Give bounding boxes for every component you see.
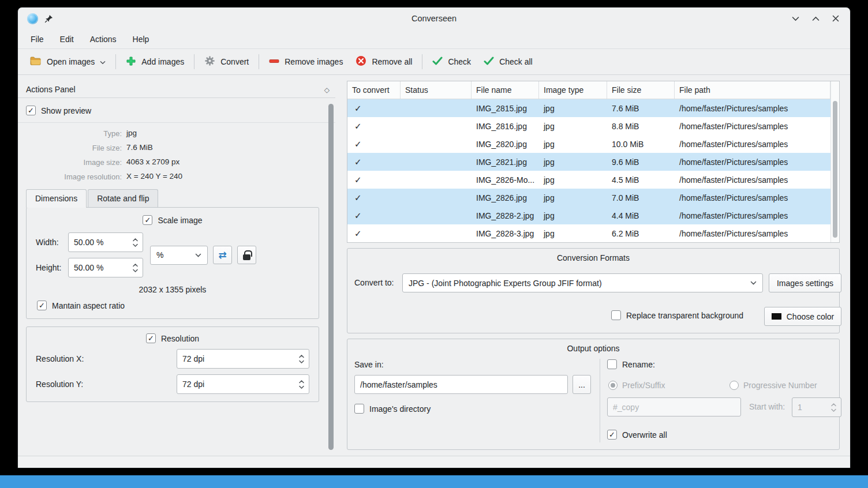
header-file-name[interactable]: File name <box>472 81 539 99</box>
spin-down-icon <box>299 360 304 363</box>
rename-checkbox[interactable]: Rename: <box>607 359 655 369</box>
remove-all-button[interactable]: Remove all <box>349 51 418 72</box>
ellipsis-icon: ... <box>578 380 585 389</box>
check-button[interactable]: Check <box>426 51 477 72</box>
images-settings-button[interactable]: Images settings <box>769 273 841 292</box>
table-row[interactable]: IMG_2828-2.jpg jpg 4.4 MiB /home/faster/… <box>347 207 839 224</box>
checkbox-icon[interactable] <box>607 430 617 440</box>
table-row[interactable]: IMG_2820.jpg jpg 10.0 MiB /home/faster/P… <box>347 135 839 153</box>
checkbox-icon[interactable] <box>26 106 36 115</box>
remove-images-button[interactable]: Remove images <box>263 51 349 72</box>
spin-arrows[interactable] <box>130 238 143 247</box>
resolution-x-spinbox[interactable]: 72 dpi <box>177 349 309 369</box>
maintain-aspect-checkbox[interactable]: Mantain aspect ratio <box>27 301 319 310</box>
header-to-convert[interactable]: To convert <box>347 81 401 99</box>
spin-arrows[interactable] <box>130 264 143 272</box>
spin-down-icon <box>133 269 138 272</box>
convert-button[interactable]: Convert <box>198 51 255 72</box>
choose-color-button[interactable]: Choose color <box>764 307 841 326</box>
menu-edit[interactable]: Edit <box>52 32 82 47</box>
row-check-icon[interactable] <box>354 193 362 202</box>
checkbox-icon[interactable] <box>611 310 621 320</box>
desktop-panel-strip <box>0 475 868 488</box>
check-all-button[interactable]: Check all <box>477 51 539 72</box>
spin-arrows[interactable] <box>296 355 309 363</box>
table-row[interactable]: IMG_2826-Mo... jpg 4.5 MiB /home/faster/… <box>347 171 839 189</box>
checkbox-icon[interactable] <box>354 404 364 414</box>
header-image-type[interactable]: Image type <box>539 81 607 99</box>
tab-rotate-flip[interactable]: Rotate and flip <box>88 189 158 207</box>
width-spinbox[interactable]: 50.00 % <box>68 232 143 252</box>
save-path-input[interactable] <box>354 375 568 394</box>
menu-help[interactable]: Help <box>125 32 158 47</box>
images-directory-checkbox[interactable]: Image's directory <box>354 404 431 414</box>
pin-icon[interactable] <box>44 14 53 23</box>
table-scrollbar[interactable] <box>830 81 839 242</box>
header-file-path[interactable]: File path <box>675 81 830 99</box>
resolution-y-spinbox[interactable]: 72 dpi <box>177 374 309 394</box>
swap-arrows-icon <box>218 249 226 261</box>
spin-arrows[interactable] <box>296 380 309 389</box>
row-check-icon[interactable] <box>354 211 362 220</box>
close-button[interactable] <box>830 13 841 24</box>
menu-file[interactable]: File <box>23 32 52 47</box>
spin-arrows[interactable] <box>828 403 841 412</box>
browse-button[interactable]: ... <box>573 375 591 394</box>
panel-scrollbar[interactable] <box>328 104 334 450</box>
row-check-icon[interactable] <box>354 140 362 149</box>
cell-file-size: 7.0 MiB <box>607 193 675 202</box>
checkbox-icon[interactable] <box>143 215 152 225</box>
convert-label: Convert <box>220 57 249 66</box>
add-images-button[interactable]: Add images <box>119 51 190 72</box>
open-images-button[interactable]: Open images <box>24 51 112 72</box>
checkbox-icon[interactable] <box>146 333 156 343</box>
resolution-checkbox[interactable]: Resolution <box>27 333 319 343</box>
row-check-icon[interactable] <box>354 122 362 131</box>
table-row[interactable]: IMG_2821.jpg jpg 9.6 MiB /home/faster/Pi… <box>347 153 839 171</box>
scrollbar-thumb[interactable] <box>833 101 837 238</box>
tab-dimensions[interactable]: Dimensions <box>26 189 87 208</box>
checkbox-icon[interactable] <box>607 359 617 369</box>
image-resolution-value: X = 240 Y = 240 <box>126 172 319 181</box>
swap-dimensions-button[interactable] <box>213 246 232 264</box>
checkbox-icon[interactable] <box>37 301 47 310</box>
table-row[interactable]: IMG_2815.jpg jpg 7.6 MiB /home/faster/Pi… <box>347 99 839 117</box>
scale-image-checkbox[interactable]: Scale image <box>27 215 319 225</box>
spin-up-icon <box>299 355 304 358</box>
table-row[interactable]: IMG_2816.jpg jpg 8.8 MiB /home/faster/Pi… <box>347 117 839 135</box>
start-with-spinbox[interactable]: 1 <box>792 397 841 417</box>
image-resolution-label: Image resolution: <box>26 172 122 181</box>
check-all-label: Check all <box>499 57 533 66</box>
row-check-icon[interactable] <box>354 175 362 185</box>
minimize-button[interactable] <box>790 13 800 24</box>
lock-aspect-button[interactable] <box>237 246 256 264</box>
row-check-icon[interactable] <box>354 229 362 238</box>
resolution-label: Resolution <box>161 334 199 343</box>
prefix-suffix-radio[interactable]: Prefix/Suffix <box>608 381 665 390</box>
progressive-number-radio[interactable]: Progressive Number <box>729 381 817 390</box>
height-spinbox[interactable]: 50.00 % <box>68 258 143 277</box>
table-row[interactable]: IMG_2826.jpg jpg 7.0 MiB /home/faster/Pi… <box>347 189 839 207</box>
overwrite-all-checkbox[interactable]: Overwrite all <box>607 430 667 440</box>
float-panel-icon[interactable] <box>324 85 330 94</box>
conversion-formats-groupbox: Conversion Formats Convert to: JPG - (Jo… <box>347 248 840 333</box>
dimension-tabs: Dimensions Rotate and flip <box>26 189 319 207</box>
rename-pattern-input[interactable] <box>607 397 741 416</box>
table-row[interactable]: IMG_2828-3.jpg jpg 6.2 MiB /home/faster/… <box>347 224 839 242</box>
radio-icon[interactable] <box>608 381 618 390</box>
titlebar[interactable]: Converseen <box>18 7 850 29</box>
row-check-icon[interactable] <box>354 104 362 113</box>
header-status[interactable]: Status <box>401 81 472 99</box>
maximize-button[interactable] <box>810 13 821 24</box>
format-combobox[interactable]: JPG - (Joint Photographic Experts Group … <box>402 273 763 292</box>
color-swatch <box>772 313 781 320</box>
menu-actions[interactable]: Actions <box>82 32 125 47</box>
actions-panel: Actions Panel Show preview Type: jpg Fil… <box>18 81 335 456</box>
row-check-icon[interactable] <box>354 157 362 167</box>
show-preview-checkbox[interactable]: Show preview <box>26 106 319 115</box>
replace-background-checkbox[interactable]: Replace transparent background <box>611 310 743 320</box>
radio-icon[interactable] <box>729 381 739 390</box>
header-file-size[interactable]: File size <box>607 81 675 99</box>
cell-file-name: IMG_2826-Mo... <box>472 175 539 185</box>
unit-combobox[interactable]: % <box>150 246 208 265</box>
